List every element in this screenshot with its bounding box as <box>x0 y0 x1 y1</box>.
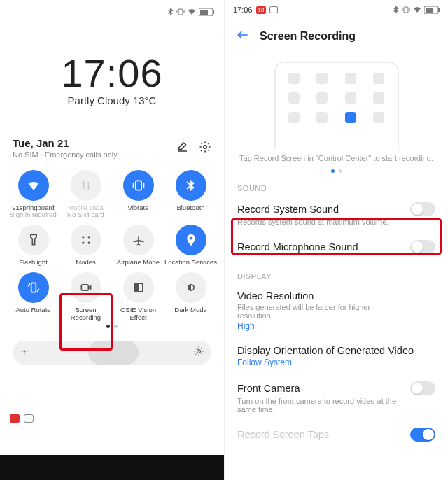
toggle-record-taps[interactable] <box>410 428 435 442</box>
illustration-caption: Tap Record Screen in "Control Center" to… <box>225 154 448 162</box>
row-desc: Files generated will be larger for highe… <box>237 303 397 320</box>
wifi-status-icon <box>188 8 196 15</box>
rotate-icon <box>27 281 41 295</box>
row-title: Display Orientation of Generated Video <box>237 345 435 356</box>
vibrate-icon <box>132 178 146 192</box>
row-record-microphone[interactable]: Record Microphone Sound <box>225 233 448 261</box>
qs-label: Modes <box>76 259 96 267</box>
qs-tile-airplane[interactable]: Airplane Mode <box>112 225 164 267</box>
qs-label: OSIE Vision Effect <box>112 306 164 322</box>
qs-tile-flashlight[interactable]: Flashlight <box>7 225 59 267</box>
airplane-icon <box>132 233 146 247</box>
qs-label: Airplane Mode <box>117 259 160 267</box>
qs-label: Location Services <box>164 259 217 267</box>
svg-rect-13 <box>134 283 139 292</box>
record-icon <box>79 281 93 295</box>
location-icon <box>184 233 198 247</box>
status-recording-badge: 18 <box>256 6 267 14</box>
row-record-taps[interactable]: Record Screen Taps <box>225 421 448 442</box>
brightness-handle[interactable] <box>88 341 139 365</box>
brightness-low-icon <box>20 346 29 359</box>
clock-time: 17:06 <box>0 50 224 96</box>
sim-status-text: No SIM · Emergency calls only <box>13 150 118 160</box>
svg-rect-2 <box>213 10 214 14</box>
wifi-status-icon <box>413 6 421 13</box>
osie-icon <box>132 281 146 295</box>
illustration-phone <box>274 62 399 150</box>
svg-rect-18 <box>270 7 278 13</box>
row-record-system-sound[interactable]: Record System Sound Records system sound… <box>225 195 448 233</box>
qs-tile-modes[interactable]: Modes <box>59 225 112 267</box>
vibrate-status-icon <box>402 6 410 13</box>
svg-rect-5 <box>135 181 141 190</box>
svg-point-15 <box>23 350 26 353</box>
page-title: Screen Recording <box>260 30 356 43</box>
illustration-record-tile <box>345 112 356 123</box>
qs-tile-vibrate[interactable]: Vibrate <box>112 170 164 220</box>
status-time: 17:06 <box>233 6 253 14</box>
svg-point-9 <box>88 242 90 244</box>
brightness-auto-icon[interactable]: A <box>193 346 204 360</box>
row-display-orientation[interactable]: Display Orientation of Generated Video F… <box>225 338 448 374</box>
qs-label: Auto Rotate <box>15 306 50 314</box>
svg-rect-3 <box>200 10 208 15</box>
svg-point-8 <box>82 242 84 244</box>
recording-frame-icon <box>270 6 278 13</box>
row-title: Record Microphone Sound <box>237 241 358 253</box>
row-title: Record System Sound <box>237 204 339 215</box>
bluetooth-status-icon <box>168 8 174 15</box>
bluetooth-icon <box>184 178 198 192</box>
battery-status-icon <box>199 8 214 16</box>
bluetooth-status-icon <box>393 6 399 13</box>
svg-rect-19 <box>404 7 408 13</box>
battery-status-icon <box>424 6 440 14</box>
darkmode-icon <box>184 281 198 295</box>
status-bar-left <box>0 0 224 24</box>
svg-rect-0 <box>178 9 183 15</box>
row-value: Follow System <box>237 358 435 367</box>
weather-text: Partly Cloudy 13°C <box>0 94 224 106</box>
back-button[interactable] <box>236 28 250 45</box>
qs-tile-mobile-data[interactable]: Mobile Data No SIM card <box>59 170 112 220</box>
qs-tile-wifi[interactable]: 91springboard Sign in required <box>7 170 59 220</box>
row-video-resolution[interactable]: Video Resolution Files generated will be… <box>225 283 448 338</box>
edit-icon[interactable] <box>176 141 189 156</box>
quick-settings-grid: 91springboard Sign in required Mobile Da… <box>0 160 224 323</box>
qs-label: Vibrate <box>128 204 149 212</box>
data-icon <box>79 178 93 192</box>
row-front-camera[interactable]: Front Camera Turn on the front camera to… <box>225 374 448 421</box>
svg-rect-21 <box>438 8 440 12</box>
svg-point-6 <box>82 237 84 239</box>
qs-sublabel: No SIM card <box>67 211 104 219</box>
qs-tile-location[interactable]: Location Services <box>164 225 217 267</box>
svg-point-4 <box>204 146 207 149</box>
qs-sublabel: Sign in required <box>10 211 57 219</box>
nav-bar-placeholder <box>0 455 224 480</box>
toggle-record-system-sound[interactable] <box>410 202 435 216</box>
row-desc: Turn on the front camera to record video… <box>237 397 397 414</box>
vibrate-status-icon <box>176 8 185 15</box>
recording-frame-icon <box>24 414 34 423</box>
row-desc: Records system sound at maximum volume. <box>237 218 397 226</box>
qs-tile-osie[interactable]: OSIE Vision Effect <box>112 272 164 322</box>
qs-tile-bluetooth[interactable]: Bluetooth <box>164 170 217 220</box>
svg-rect-10 <box>31 283 36 292</box>
qs-tile-autorotate[interactable]: Auto Rotate <box>7 272 59 322</box>
row-value: High <box>237 321 435 331</box>
settings-icon[interactable] <box>199 141 211 156</box>
qs-label: Bluetooth <box>176 204 204 212</box>
qs-pagination <box>0 325 224 328</box>
qs-tile-screen-recording[interactable]: Screen Recording <box>59 272 112 322</box>
recording-badge-icon <box>10 414 20 423</box>
wifi-icon <box>27 178 41 192</box>
row-title: Record Screen Taps <box>237 429 329 440</box>
toggle-front-camera[interactable] <box>410 381 435 395</box>
qs-label: Flashlight <box>19 259 48 267</box>
qs-tile-darkmode[interactable]: Dark Mode <box>164 272 217 322</box>
recording-indicator <box>10 414 34 423</box>
section-display-label: DISPLAY <box>225 261 448 283</box>
toggle-record-microphone[interactable] <box>410 240 435 254</box>
brightness-slider[interactable]: A <box>13 341 211 365</box>
modes-icon <box>79 233 93 247</box>
date-text: Tue, Jan 21 <box>13 137 118 150</box>
